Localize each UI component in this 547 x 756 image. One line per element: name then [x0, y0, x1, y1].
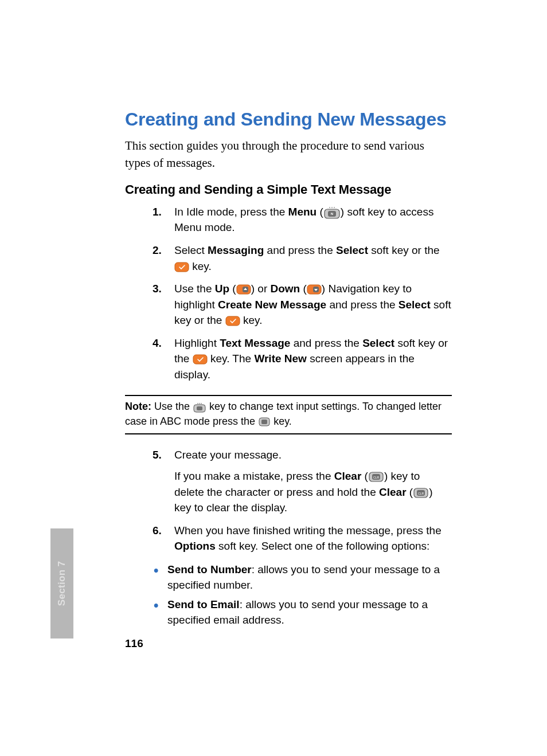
- svg-text:N: N: [331, 212, 333, 216]
- svg-point-14: [199, 403, 200, 404]
- options-bullets: Send to Number: allows you to send your …: [153, 560, 452, 630]
- svg-rect-17: [197, 406, 202, 410]
- soft-key-menu-icon: N: [323, 206, 341, 219]
- step-2: Select Messaging and press the Select so…: [153, 239, 452, 277]
- subsection-heading: Creating and Sending a Simple Text Messa…: [125, 182, 452, 197]
- ok-key-icon: [174, 262, 189, 272]
- page-content: Creating and Sending New Messages This s…: [125, 109, 452, 630]
- svg-rect-11: [226, 316, 240, 326]
- section-tab-label: Section 7: [56, 561, 68, 606]
- intro-paragraph: This section guides you through the proc…: [125, 137, 452, 172]
- soft-key-settings-icon: [193, 402, 206, 413]
- step-4: Highlight Text Message and press the Sel…: [153, 332, 452, 386]
- svg-rect-6: [175, 263, 189, 272]
- section-tab: Section 7: [50, 528, 73, 639]
- note-box: Note: Use the key to change text input s…: [125, 395, 452, 434]
- steps-list-cont: Create your message. If you make a mista…: [153, 444, 452, 558]
- section-heading: Creating and Sending New Messages: [125, 109, 452, 130]
- step-6: When you have finished writing the messa…: [153, 519, 452, 558]
- svg-point-13: [197, 403, 198, 404]
- bullet-send-to-number: Send to Number: allows you to send your …: [153, 560, 452, 595]
- steps-list-wrapper: In Idle mode, press the Menu (N) soft ke…: [125, 201, 452, 386]
- step-3: Use the Up () or Down () Navigation key …: [153, 277, 452, 332]
- clear-key-icon: CLR: [413, 487, 429, 499]
- ok-key-icon: [225, 316, 240, 326]
- svg-point-1: [331, 207, 333, 208]
- svg-rect-12: [193, 355, 207, 364]
- nav-up-key-icon: [236, 284, 251, 295]
- nav-down-key-icon: [307, 284, 322, 295]
- svg-text:CLR: CLR: [418, 492, 424, 495]
- svg-point-2: [334, 207, 335, 208]
- step-1: In Idle mode, press the Menu (N) soft ke…: [153, 201, 452, 239]
- svg-rect-19: [261, 420, 267, 424]
- clear-key-icon: CLR: [368, 471, 384, 483]
- steps-list-wrapper-2: Create your message. If you make a mista…: [125, 444, 452, 630]
- svg-text:CLR: CLR: [373, 476, 379, 479]
- soft-key-case-icon: [258, 417, 271, 427]
- svg-point-0: [329, 207, 330, 208]
- ok-key-icon: [193, 354, 208, 365]
- page-number: 116: [125, 637, 143, 650]
- svg-point-15: [201, 403, 202, 404]
- note-label: Note:: [125, 401, 151, 412]
- steps-list: In Idle mode, press the Menu (N) soft ke…: [153, 201, 452, 386]
- bullet-send-to-email: Send to Email: allows you to send your m…: [153, 595, 452, 630]
- step-5: Create your message. If you make a mista…: [153, 444, 452, 519]
